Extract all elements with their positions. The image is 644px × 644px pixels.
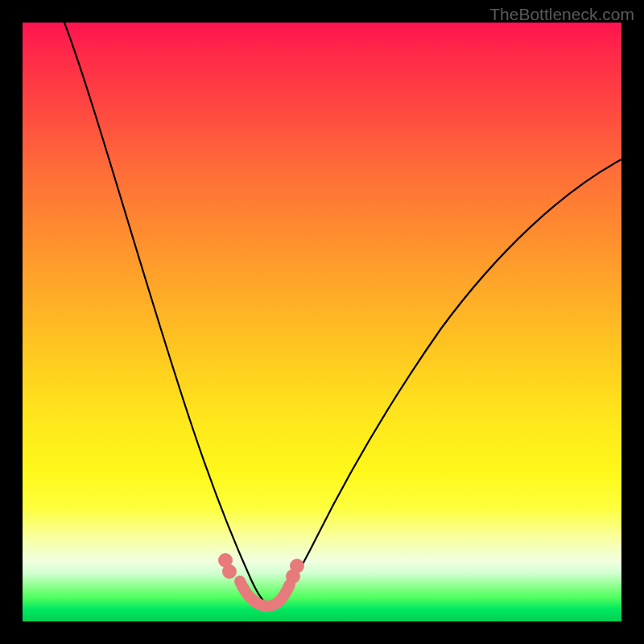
chart-container: TheBottleneck.com <box>0 0 644 644</box>
plot-area <box>23 23 621 621</box>
valley-thick-segment <box>240 581 290 606</box>
curve-svg <box>23 23 621 621</box>
svg-point-1 <box>222 564 237 579</box>
svg-point-3 <box>290 559 304 573</box>
svg-point-2 <box>286 569 300 584</box>
svg-point-0 <box>218 553 233 568</box>
left-curve <box>64 23 266 604</box>
watermark-text: TheBottleneck.com <box>489 5 634 24</box>
right-curve <box>277 159 621 602</box>
marker-dots <box>218 553 304 584</box>
